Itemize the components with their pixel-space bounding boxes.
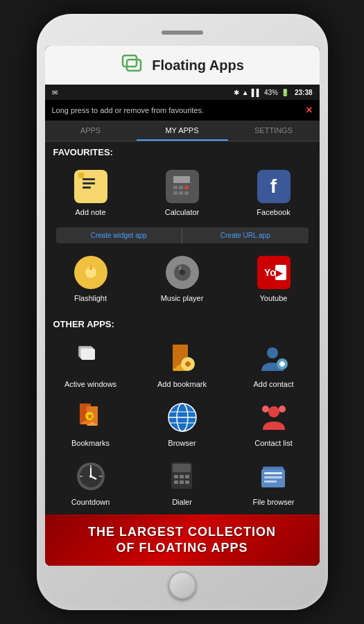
app-item-active-windows[interactable]: Active windows <box>45 335 137 394</box>
svg-rect-12 <box>173 191 177 195</box>
add-note-icon <box>74 170 107 203</box>
svg-rect-65 <box>180 475 184 478</box>
favourites-grid: Add note <box>45 160 320 225</box>
contact-list-icon <box>257 401 291 434</box>
calculator-label: Calculator <box>165 208 200 216</box>
app-item-add-note[interactable]: Add note <box>45 163 137 222</box>
calculator-icon-wrap <box>164 168 200 205</box>
svg-rect-4 <box>83 182 95 184</box>
home-button[interactable] <box>168 571 196 599</box>
svg-rect-9 <box>173 186 177 189</box>
calculator-icon <box>166 170 199 203</box>
add-bookmark-label: Add bookmark <box>157 380 207 388</box>
notification-bar: Long press to add or remove from favouri… <box>45 100 320 121</box>
app-item-countdown[interactable]: Countdown <box>45 453 137 512</box>
main-content: FAVOURITES: <box>45 141 320 566</box>
app-item-contact-list[interactable]: Contact list <box>228 394 320 453</box>
svg-rect-13 <box>179 191 183 195</box>
flashlight-icon <box>74 256 107 289</box>
app-item-facebook[interactable]: f Facebook <box>228 163 320 222</box>
svg-rect-69 <box>185 480 189 484</box>
browser-icon <box>166 401 199 434</box>
wifi-icon: ▲ <box>242 89 249 96</box>
app-item-add-contact[interactable]: Add contact <box>228 335 320 394</box>
add-contact-icon-wrap <box>256 340 292 376</box>
svg-point-52 <box>279 406 286 413</box>
phone-bottom-bar <box>45 566 320 602</box>
svg-rect-1 <box>127 60 141 71</box>
youtube-icon-wrap: You ▶ <box>256 254 292 291</box>
svg-text:♪: ♪ <box>178 263 182 271</box>
svg-rect-64 <box>174 475 178 478</box>
add-note-label: Add note <box>75 208 105 216</box>
svg-rect-74 <box>264 480 277 483</box>
app-item-add-bookmark[interactable]: Add bookmark <box>137 335 228 394</box>
facebook-icon-wrap: f <box>256 168 292 205</box>
svg-rect-72 <box>264 472 282 474</box>
active-windows-icon-wrap <box>73 340 109 376</box>
active-windows-label: Active windows <box>64 380 116 388</box>
app-item-youtube[interactable]: You ▶ Youtube <box>228 249 320 308</box>
countdown-icon-wrap <box>73 458 109 494</box>
svg-rect-5 <box>83 187 91 189</box>
app-item-music-player[interactable]: ♪ Music player <box>137 249 228 308</box>
create-url-button[interactable]: Create URL app <box>182 227 309 243</box>
app-item-browser[interactable]: Browser <box>137 394 228 453</box>
app-item-file-browser[interactable]: File browser <box>228 453 320 512</box>
banner-line2: OF FLOATING APPS <box>52 540 313 556</box>
svg-rect-34 <box>187 361 189 367</box>
bookmarks-label: Bookmarks <box>71 439 110 447</box>
phone-frame: Floating Apps ✉ ✱ ▲ ▌▌ 43% 🔋 23:38 Long … <box>37 14 328 610</box>
svg-rect-38 <box>281 361 284 367</box>
app-item-bookmarks[interactable]: ★ Bookmarks <box>45 394 137 453</box>
tab-settings[interactable]: SETTINGS <box>228 121 320 141</box>
add-note-icon-wrap <box>73 168 109 205</box>
bookmarks-icon: ★ <box>74 401 107 434</box>
dialer-icon <box>166 460 199 493</box>
svg-rect-10 <box>179 186 183 189</box>
svg-point-58 <box>89 475 92 478</box>
file-browser-icon <box>257 460 291 493</box>
app-title: Floating Apps <box>152 58 244 73</box>
add-contact-label: Add contact <box>253 380 293 388</box>
youtube-icon: You ▶ <box>257 256 291 289</box>
bookmarks-icon-wrap: ★ <box>73 399 109 435</box>
promotional-banner: THE LARGEST COLLECTION OF FLOATING APPS <box>45 514 320 566</box>
phone-speaker <box>162 31 203 35</box>
dialer-icon-wrap <box>164 458 200 494</box>
dialer-label: Dialer <box>172 498 192 506</box>
favourites-section-label: FAVOURITES: <box>45 141 320 160</box>
svg-rect-63 <box>173 464 191 472</box>
create-row: Create widget app Create URL app <box>56 227 309 243</box>
tab-myapps[interactable]: MY APPS <box>137 121 228 141</box>
svg-point-51 <box>268 406 279 417</box>
facebook-icon: f <box>257 170 291 203</box>
add-contact-icon <box>257 342 291 375</box>
app-item-dialer[interactable]: Dialer <box>137 453 228 512</box>
svg-text:▶: ▶ <box>276 268 283 278</box>
status-left-icons: ✉ <box>52 89 58 96</box>
svg-rect-6 <box>78 173 84 178</box>
other-apps-section-label: OTHER APPS: <box>45 313 320 332</box>
svg-rect-67 <box>174 480 178 484</box>
svg-rect-8 <box>173 176 190 183</box>
app-item-flashlight[interactable]: Flashlight <box>45 249 137 308</box>
app-item-calculator[interactable]: Calculator <box>137 163 228 222</box>
browser-label: Browser <box>168 439 196 447</box>
svg-rect-66 <box>185 475 189 478</box>
battery-level: 43% <box>264 89 278 96</box>
svg-rect-73 <box>264 476 282 478</box>
notification-close-button[interactable]: × <box>306 104 312 116</box>
flashlight-label: Flashlight <box>74 294 107 302</box>
svg-text:★: ★ <box>87 413 94 420</box>
create-buttons-row: Create widget app Create URL app <box>45 225 320 246</box>
music-player-icon-wrap: ♪ <box>164 254 200 291</box>
facebook-label: Facebook <box>257 208 290 216</box>
status-right: ✱ ▲ ▌▌ 43% 🔋 23:38 <box>234 89 313 96</box>
tab-apps[interactable]: APPS <box>45 121 137 141</box>
svg-point-53 <box>262 406 269 413</box>
svg-point-35 <box>267 347 278 358</box>
create-widget-button[interactable]: Create widget app <box>56 227 182 243</box>
browser-icon-wrap <box>164 399 200 435</box>
email-icon: ✉ <box>52 89 58 96</box>
